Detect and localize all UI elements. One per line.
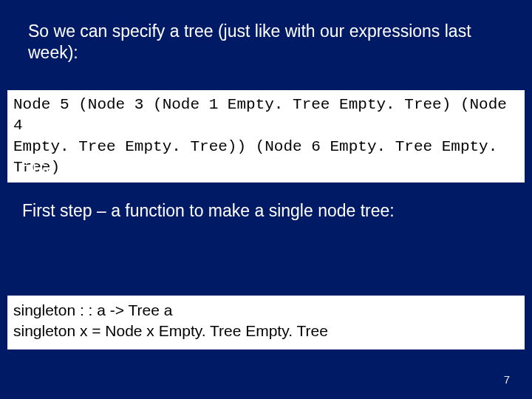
code-line: singleton : : a -> Tree a (13, 300, 519, 321)
paragraph: This will let us code an insert function… (22, 161, 510, 183)
slide: So we can specify a tree (just like with… (0, 0, 532, 399)
paragraph: First step – a function to make a single… (22, 200, 510, 222)
mid-text: This will let us code an insert function… (22, 161, 510, 222)
code-block-singleton: singleton : : a -> Tree a singleton x = … (7, 296, 525, 349)
code-line: singleton x = Node x Empty. Tree Empty. … (13, 321, 519, 341)
code-line: Node 5 (Node 3 (Node 1 Empty. Tree Empty… (13, 95, 519, 137)
page-number: 7 (504, 373, 510, 386)
intro-text: So we can specify a tree (just like with… (28, 21, 501, 64)
